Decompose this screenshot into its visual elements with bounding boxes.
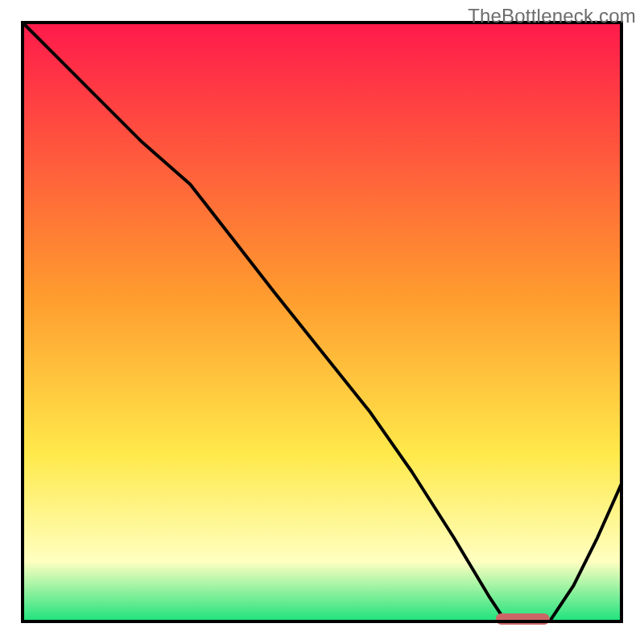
chart-container: { "watermark": "TheBottleneck.com", "col… — [0, 0, 644, 644]
watermark-label: TheBottleneck.com — [468, 5, 636, 27]
bottleneck-chart — [0, 0, 644, 644]
